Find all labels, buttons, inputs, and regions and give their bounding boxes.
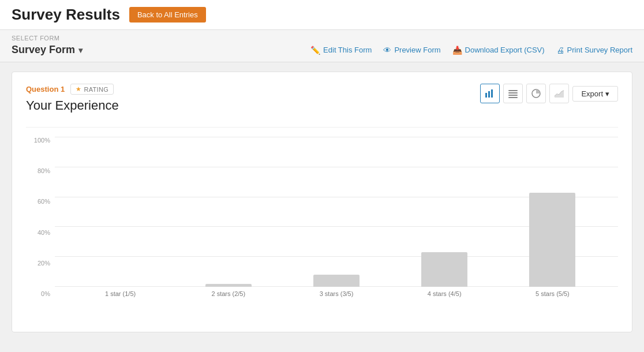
svg-rect-4: [508, 92, 518, 93]
y-label-20: 20%: [38, 260, 50, 267]
print-icon: 🖨: [556, 46, 564, 55]
bar-5stars: [529, 193, 575, 287]
x-label-3stars: 3 stars (3/5): [282, 290, 390, 297]
bar-chart-button[interactable]: [480, 84, 500, 103]
page-title: Survey Results: [12, 6, 120, 24]
top-header: Survey Results Back to All Entries: [0, 0, 644, 30]
main-content: Question 1 ★ RATING Your Experience: [0, 62, 644, 342]
area-chart-button[interactable]: [549, 84, 569, 103]
y-axis: 100% 80% 60% 40% 20% 0%: [26, 137, 54, 297]
eye-icon: 👁: [383, 46, 391, 55]
y-label-100: 100%: [34, 137, 50, 144]
y-label-60: 60%: [38, 198, 50, 205]
question-title: Your Experience: [26, 98, 119, 113]
x-label-5stars: 5 stars (5/5): [499, 290, 606, 297]
x-label-1star: 1 star (1/5): [66, 290, 174, 297]
bar-group-2stars: [174, 284, 282, 287]
preview-form-link[interactable]: 👁 Preview Form: [383, 46, 440, 55]
bar-group-4stars: [391, 252, 499, 287]
svg-rect-1: [488, 91, 490, 98]
divider: [26, 127, 618, 128]
chart-inner: [55, 137, 618, 287]
x-axis: 1 star (1/5) 2 stars (2/5) 3 stars (3/5)…: [55, 287, 618, 297]
bars-container: [55, 137, 618, 287]
edit-form-link[interactable]: ✏️ Edit This Form: [310, 46, 372, 55]
rating-badge: ★ RATING: [70, 84, 114, 95]
form-selector-value: Survey Form: [12, 44, 75, 56]
x-label-4stars: 4 stars (4/5): [391, 290, 499, 297]
svg-rect-5: [508, 95, 518, 96]
chevron-down-icon: ▾: [78, 46, 83, 55]
select-form-label: SELECT FORM: [12, 35, 632, 42]
pie-chart-button[interactable]: [526, 84, 546, 103]
toolbar-actions: ✏️ Edit This Form 👁 Preview Form 📥 Downl…: [310, 46, 632, 55]
y-label-80: 80%: [38, 167, 50, 174]
form-select-row: Survey Form ▾ ✏️ Edit This Form 👁 Previe…: [12, 44, 632, 56]
form-select-bar: SELECT FORM Survey Form ▾ ✏️ Edit This F…: [0, 30, 644, 62]
svg-rect-0: [485, 93, 487, 98]
svg-rect-3: [508, 90, 518, 91]
svg-rect-6: [508, 97, 518, 98]
export-chevron-icon: ▾: [605, 89, 609, 98]
question-meta: Question 1 ★ RATING: [26, 84, 119, 95]
bar-2stars: [205, 284, 252, 287]
bar-4stars: [421, 252, 467, 287]
question-card: Question 1 ★ RATING Your Experience: [12, 72, 632, 332]
download-icon: 📥: [452, 46, 462, 55]
star-icon: ★: [76, 85, 81, 93]
table-view-button[interactable]: [503, 84, 523, 103]
edit-icon: ✏️: [310, 46, 320, 55]
y-label-40: 40%: [38, 229, 50, 236]
chart-area: 100% 80% 60% 40% 20% 0%: [26, 137, 618, 320]
bar-3stars: [313, 275, 360, 287]
svg-rect-2: [491, 89, 493, 98]
download-export-link[interactable]: 📥 Download Export (CSV): [452, 46, 545, 55]
bar-group-5stars: [499, 193, 606, 287]
y-label-0: 0%: [41, 290, 50, 297]
back-to-all-entries-button[interactable]: Back to All Entries: [129, 7, 206, 23]
question-number: Question 1: [26, 85, 65, 93]
chart-controls: Export ▾: [480, 84, 618, 103]
x-label-2stars: 2 stars (2/5): [174, 290, 282, 297]
print-survey-link[interactable]: 🖨 Print Survey Report: [556, 46, 632, 55]
bar-group-3stars: [282, 275, 390, 287]
form-selector-dropdown[interactable]: Survey Form ▾: [12, 44, 83, 56]
export-button[interactable]: Export ▾: [572, 86, 618, 102]
question-info: Question 1 ★ RATING Your Experience: [26, 84, 119, 121]
